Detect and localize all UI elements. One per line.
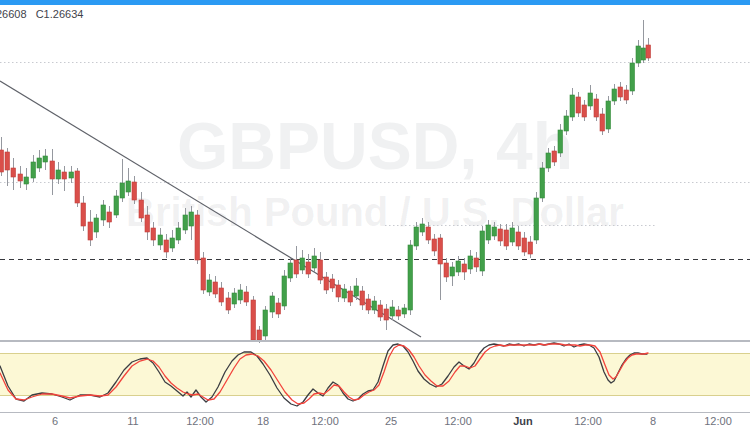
candle-body: [624, 90, 629, 100]
candle-body: [420, 224, 425, 232]
candle-body: [226, 298, 231, 310]
candle: [207, 274, 212, 296]
candle: [408, 240, 413, 315]
candle-body: [31, 162, 36, 178]
candle: [158, 228, 163, 250]
candle-body: [522, 238, 527, 252]
candle-body: [492, 227, 497, 236]
candle-body: [641, 48, 646, 60]
candle-body: [282, 276, 287, 306]
candle: [238, 284, 243, 304]
candle: [69, 166, 74, 183]
candle: [219, 282, 224, 306]
candle-body: [384, 309, 389, 320]
candle-body: [195, 215, 200, 260]
candle: [306, 254, 311, 278]
candle-body: [318, 260, 323, 280]
candle-body: [486, 225, 491, 240]
candle: [75, 168, 80, 207]
ohlc-close: C1.26634: [36, 8, 84, 20]
candle-body: [480, 231, 485, 271]
candle-body: [263, 310, 268, 336]
candle: [270, 292, 275, 318]
candle-body: [600, 114, 605, 131]
candle: [145, 206, 150, 240]
candle-body: [630, 63, 635, 91]
candle-body: [145, 215, 150, 232]
candle: [480, 226, 485, 276]
candle-body: [88, 222, 93, 240]
time-axis-label: 12:00: [311, 415, 339, 427]
candle: [540, 162, 545, 202]
candle: [0, 137, 4, 176]
candle-body: [176, 228, 181, 240]
candle-body: [276, 303, 281, 314]
candle-body: [0, 150, 4, 172]
candle-body: [244, 292, 249, 302]
candle: [534, 192, 539, 244]
candle-body: [43, 156, 48, 162]
candle-body: [510, 228, 515, 242]
candle-body: [534, 198, 539, 240]
time-axis[interactable]: 61112:001812:002512:00Jun12:00812:00: [0, 413, 750, 430]
price-chart-pane[interactable]: [0, 0, 750, 430]
candle: [570, 88, 575, 121]
candle: [132, 176, 137, 204]
candle: [582, 100, 587, 121]
candle: [62, 166, 67, 191]
candle-body: [207, 280, 212, 292]
candle: [474, 252, 479, 272]
candle: [201, 252, 206, 294]
candle: [126, 168, 131, 196]
candle: [312, 248, 317, 272]
candle-body: [62, 172, 67, 179]
candle: [288, 258, 293, 282]
candle-body: [612, 89, 617, 101]
candle: [232, 288, 237, 308]
candle: [31, 155, 36, 182]
candle-body: [558, 130, 563, 153]
candle-body: [170, 238, 175, 248]
candle-body: [408, 245, 413, 310]
candle: [5, 148, 10, 186]
candle-body: [24, 177, 29, 184]
candle-body: [5, 152, 10, 170]
chart-window: GBPUSD, 4h British Pound / U.S. Dollar 2…: [0, 0, 750, 430]
candle-body: [342, 289, 347, 298]
candle-body: [402, 308, 407, 314]
candle-body: [37, 158, 42, 168]
candle: [462, 258, 467, 280]
candle-body: [474, 258, 479, 267]
ohlc-readout: 26608 C1.26634: [0, 8, 89, 20]
candle-body: [546, 153, 551, 168]
candle-body: [618, 87, 623, 97]
candle: [276, 298, 281, 318]
time-axis-label: 8: [650, 415, 656, 427]
candle: [390, 300, 395, 320]
candle: [624, 85, 629, 104]
candle-body: [390, 307, 395, 316]
candle: [213, 276, 218, 298]
candle: [151, 222, 156, 246]
candle: [37, 150, 42, 172]
candle-body: [312, 256, 317, 268]
candle-body: [606, 101, 611, 129]
candle-body: [201, 258, 206, 290]
candle-body: [504, 230, 509, 246]
candle: [120, 159, 125, 202]
candle: [183, 208, 188, 234]
time-axis-label: 6: [52, 415, 58, 427]
candle: [576, 92, 581, 117]
candle: [594, 94, 599, 121]
descending-trendline[interactable]: [0, 81, 421, 337]
candle-body: [257, 330, 262, 340]
candle-body: [189, 212, 194, 226]
candle: [646, 38, 651, 61]
candle-body: [468, 256, 473, 269]
candle-body: [75, 171, 80, 203]
candle: [56, 162, 61, 184]
candle-body: [114, 196, 119, 215]
candle: [546, 148, 551, 172]
candle-body: [432, 239, 437, 251]
candle-body: [444, 263, 449, 277]
